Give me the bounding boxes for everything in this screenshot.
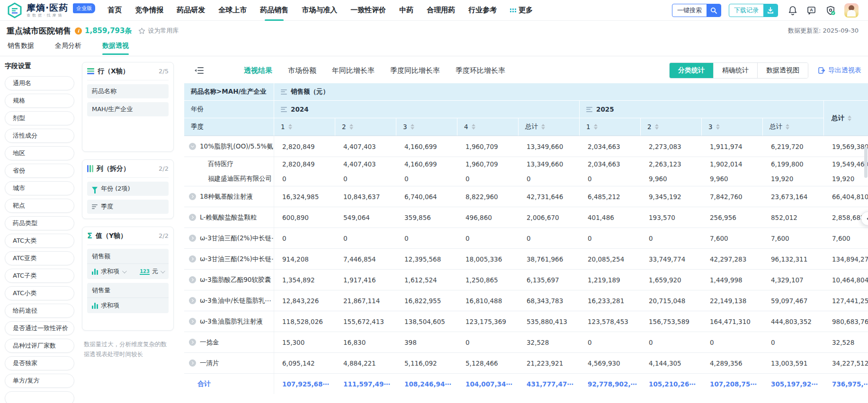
- nav-item-行业参考[interactable]: 行业参考: [468, 0, 497, 21]
- expand-row-icon[interactable]: [189, 214, 196, 221]
- nav-item-合理用药[interactable]: 合理用药: [427, 0, 455, 21]
- nav-item-首页[interactable]: 首页: [107, 0, 122, 21]
- page-tab-数据透视[interactable]: 数据透视: [101, 41, 130, 55]
- row-chip-drug-name[interactable]: 药品名称: [87, 84, 169, 98]
- expand-row-icon[interactable]: [189, 255, 196, 263]
- nav-item-竞争情报[interactable]: 竞争情报: [135, 0, 163, 21]
- download-records-button[interactable]: 下载记录: [729, 4, 778, 17]
- export-pivot-button[interactable]: 导出透视表: [818, 66, 861, 75]
- pivot-tab-季度同比增长率[interactable]: 季度同比增长率: [390, 66, 440, 75]
- expand-row-icon[interactable]: [189, 339, 196, 346]
- field-chip-品种过评厂家数[interactable]: 品种过评厂家数: [5, 339, 74, 353]
- row-name-parent[interactable]: ω-3鱼油中/长链脂肪乳⋯: [184, 290, 274, 311]
- unit-dropdown[interactable]: 123 元: [140, 267, 164, 276]
- field-chip-省份[interactable]: 省份: [5, 164, 74, 178]
- grand-total-header[interactable]: 总计: [824, 101, 868, 136]
- nav-item-药品销售[interactable]: 药品销售: [260, 0, 288, 21]
- value-cell: 0: [457, 228, 519, 248]
- field-chip-给药途径[interactable]: 给药途径: [5, 304, 74, 318]
- mode-精确统计[interactable]: 精确统计: [713, 63, 757, 78]
- field-chip-单方/复方[interactable]: 单方/复方: [5, 374, 74, 388]
- row-name-parent[interactable]: 10%脂肪乳(OO)/5.5%氨⋯: [184, 136, 274, 157]
- user-avatar[interactable]: [844, 3, 859, 18]
- field-chip-ATC小类[interactable]: ATC小类: [5, 286, 74, 300]
- pivot-tab-市场份额[interactable]: 市场份额: [288, 66, 316, 75]
- field-chip-是否通过一致性评价[interactable]: 是否通过一致性评价: [5, 321, 74, 335]
- column-chip-year[interactable]: 年份 (2项): [87, 182, 169, 196]
- quarter-header-2024-4[interactable]: 4: [457, 118, 519, 136]
- quarter-header-2025-总计[interactable]: 总计: [763, 118, 824, 136]
- notification-bell-icon[interactable]: [787, 5, 798, 16]
- search-icon[interactable]: [707, 4, 721, 17]
- row-name-parent[interactable]: 18种氨基酸注射液: [184, 186, 274, 207]
- collapse-panel-icon[interactable]: [195, 67, 204, 74]
- nav-item-市场与准入[interactable]: 市场与准入: [302, 0, 337, 21]
- expand-row-icon[interactable]: [189, 235, 196, 242]
- year-group-2025[interactable]: 2025: [580, 101, 824, 118]
- feedback-chat-icon[interactable]: A: [806, 5, 817, 16]
- page-tab-销售数据[interactable]: 销售数据: [7, 41, 35, 55]
- pivot-tab-年同比增长率[interactable]: 年同比增长率: [332, 66, 375, 75]
- download-icon[interactable]: [763, 4, 778, 17]
- row-name-parent[interactable]: ω-3甘油三酯(2%)中长链⋯: [184, 249, 274, 269]
- field-chip-药品类型[interactable]: 药品类型: [5, 216, 74, 230]
- row-name-label: ω-3甘油三酯(2%)中长链⋯: [200, 255, 274, 263]
- expand-row-icon[interactable]: [189, 297, 196, 304]
- collapse-row-icon[interactable]: [189, 143, 196, 150]
- vertical-scrollbar[interactable]: [864, 147, 868, 178]
- field-chip-ATC亚类[interactable]: ATC亚类: [5, 251, 74, 265]
- quarter-header-2024-1[interactable]: 1: [274, 118, 335, 136]
- expand-row-icon[interactable]: [189, 359, 196, 367]
- row-name-parent[interactable]: 一清片: [184, 353, 274, 373]
- row-chip-mah[interactable]: MAH/生产企业: [87, 102, 169, 116]
- nav-item-全球上市[interactable]: 全球上市: [218, 0, 247, 21]
- expand-row-icon[interactable]: [189, 318, 196, 325]
- quarter-header-2025-2[interactable]: 2: [641, 118, 702, 136]
- quarter-header-2024-2[interactable]: 2: [335, 118, 396, 136]
- row-name-parent[interactable]: ω-3甘油三酯(2%)中长链⋯: [184, 228, 274, 248]
- total-row: 合计107,925,68⋯111,597,49⋯108,246,94⋯104,0…: [184, 373, 868, 394]
- security-settings-icon[interactable]: [825, 5, 836, 16]
- info-icon[interactable]: i: [75, 27, 82, 35]
- nav-item-一致性评价[interactable]: 一致性评价: [350, 0, 386, 21]
- row-name-parent[interactable]: 一捻金: [184, 332, 274, 352]
- field-chip-活性成分[interactable]: 活性成分: [5, 129, 74, 143]
- logo[interactable]: 摩熵·医药 查数据·找摩熵 企业版: [7, 2, 95, 18]
- field-chip-规格[interactable]: 规格: [5, 94, 74, 108]
- quarter-header-2025-3[interactable]: 3: [702, 118, 763, 136]
- field-chip-靶点[interactable]: 靶点: [5, 199, 74, 213]
- field-chip-地区[interactable]: 地区: [5, 146, 74, 160]
- pivot-tab-季度环比增长率[interactable]: 季度环比增长率: [456, 66, 505, 75]
- field-chip-通用名[interactable]: 通用名: [5, 76, 74, 90]
- field-chip-ATC大类[interactable]: ATC大类: [5, 234, 74, 248]
- row-name-parent[interactable]: ω-3脂肪酸乙酯90软胶囊: [184, 270, 274, 290]
- pivot-tab-透视结果[interactable]: 透视结果: [244, 66, 272, 75]
- page-tab-全局分析[interactable]: 全局分析: [54, 41, 82, 55]
- expand-row-icon[interactable]: [189, 276, 196, 283]
- field-chip-城市[interactable]: 城市: [5, 181, 74, 195]
- aggregation-dropdown[interactable]: 求和项: [92, 267, 125, 276]
- expand-row-icon[interactable]: [189, 193, 196, 200]
- field-chip-是否独家[interactable]: 是否独家: [5, 356, 74, 370]
- quarter-header-2024-3[interactable]: 3: [396, 118, 457, 136]
- brand-tagline: 查数据·找摩熵: [27, 14, 68, 18]
- value-field-label[interactable]: 销售量: [87, 283, 169, 298]
- mode-数据透视图[interactable]: 数据透视图: [757, 63, 808, 78]
- field-chip-ATC子类[interactable]: ATC子类: [5, 269, 74, 283]
- field-chip-partial[interactable]: [5, 391, 74, 403]
- set-favorite-button[interactable]: 设为常用库: [138, 26, 179, 35]
- nav-item-more[interactable]: 更多: [510, 0, 533, 21]
- row-name-parent[interactable]: L-赖氨酸盐酸盐颗粒: [184, 207, 274, 228]
- aggregation-dropdown[interactable]: 求和项: [92, 301, 119, 310]
- mode-分类统计[interactable]: 分类统计: [670, 63, 713, 78]
- field-chip-剂型[interactable]: 剂型: [5, 111, 74, 125]
- year-group-2024[interactable]: 2024: [274, 101, 580, 118]
- nav-item-中药[interactable]: 中药: [399, 0, 413, 21]
- column-chip-quarter[interactable]: 季度: [87, 200, 169, 214]
- quick-search-button[interactable]: 一键搜索: [672, 4, 721, 17]
- quarter-header-2024-总计[interactable]: 总计: [519, 118, 580, 136]
- quarter-header-2025-1[interactable]: 1: [580, 118, 641, 136]
- nav-item-药品研发[interactable]: 药品研发: [177, 0, 205, 21]
- value-field-label[interactable]: 销售额: [87, 249, 169, 264]
- row-name-parent[interactable]: ω-3鱼油脂肪乳注射液: [184, 311, 274, 332]
